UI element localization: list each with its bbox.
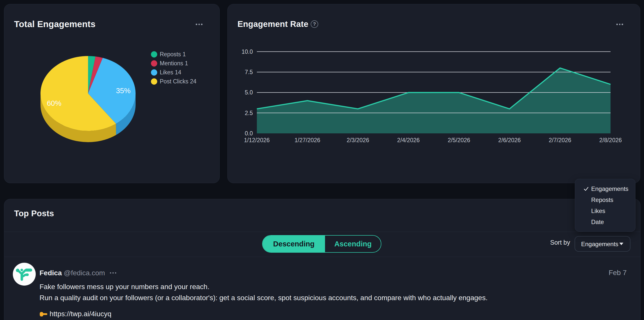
svg-text:0.0: 0.0 [245, 130, 253, 137]
svg-text:7.5: 7.5 [245, 69, 253, 75]
svg-text:1/27/2026: 1/27/2026 [295, 137, 320, 143]
svg-text:10.0: 10.0 [242, 48, 253, 55]
svg-text:2/7/2026: 2/7/2026 [549, 137, 571, 143]
svg-text:5.0: 5.0 [245, 89, 253, 96]
svg-text:1/12/2026: 1/12/2026 [244, 137, 270, 143]
svg-text:60%: 60% [47, 99, 61, 107]
svg-text:2/8/2026: 2/8/2026 [599, 137, 622, 143]
svg-text:2/4/2026: 2/4/2026 [397, 137, 420, 143]
svg-text:2/3/2026: 2/3/2026 [347, 137, 369, 143]
svg-text:2/6/2026: 2/6/2026 [498, 137, 521, 143]
svg-text:35%: 35% [116, 87, 131, 95]
svg-text:2.5: 2.5 [245, 110, 253, 116]
svg-text:2/5/2026: 2/5/2026 [448, 137, 470, 143]
